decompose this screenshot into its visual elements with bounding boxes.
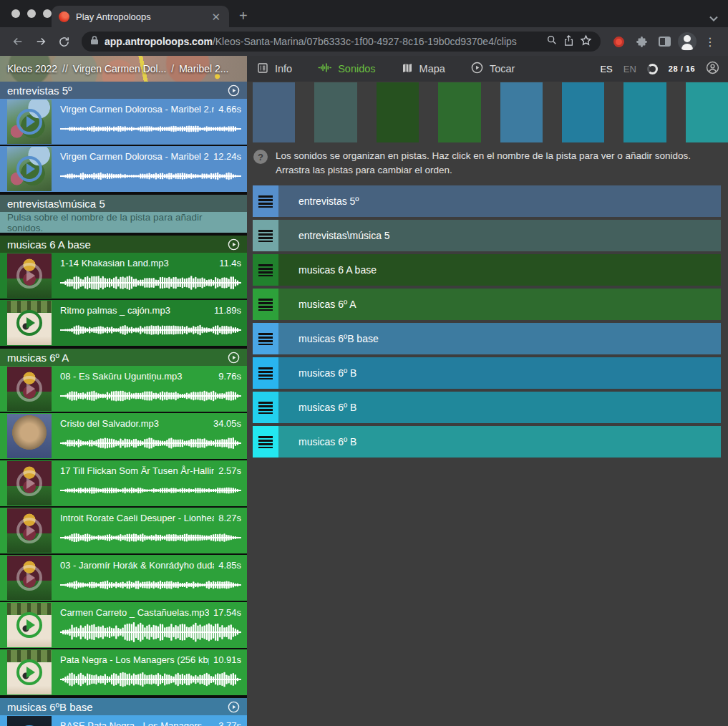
track-row[interactable]: musicas 6º B [253, 357, 721, 389]
tab-close-icon[interactable]: ✕ [210, 11, 222, 22]
clip-play-icon[interactable] [16, 470, 42, 496]
dog-watermelon-thumbnail[interactable] [7, 301, 52, 345]
clip-waveform[interactable] [60, 271, 241, 294]
track-row[interactable]: musicas 6ºB base [253, 323, 721, 354]
clip-waveform[interactable] [60, 432, 241, 455]
track-row-body[interactable]: musicas 6º B [278, 426, 721, 458]
clip-play-icon[interactable] [16, 310, 42, 336]
track-drag-handle[interactable] [253, 323, 278, 354]
clip-waveform[interactable] [60, 479, 241, 502]
track-section-header[interactable]: entrevistas 5º [0, 82, 247, 99]
clip-play-icon[interactable] [16, 518, 42, 543]
clip-row[interactable]: 03 - Jaromír Horák & Konrádyho dudácká .… [0, 555, 247, 601]
section-play-icon[interactable] [228, 701, 240, 713]
footballer-trophy-thumbnail[interactable] [7, 367, 52, 411]
clip-play-icon[interactable] [16, 612, 42, 638]
lang-es-button[interactable]: ES [600, 64, 612, 74]
section-play-icon[interactable] [228, 84, 240, 97]
clip-row[interactable]: Ritmo palmas _ cajón.mp311.89s [0, 300, 247, 346]
clip-row[interactable]: 17 Till Flickan Som Är Tusen År-Halling … [0, 460, 247, 506]
breadcrumb-map-banner[interactable]: Kleos 2022 // Virgen Carmen Dol... / Mar… [0, 56, 247, 82]
bookmark-star-icon[interactable] [580, 34, 592, 49]
clip-row[interactable]: Virgen Carmen Dolorosa - Maribel 2.mp312… [0, 146, 247, 192]
extensions-puzzle-icon[interactable] [631, 31, 652, 52]
browser-menu-icon[interactable]: ⋮ [699, 31, 721, 52]
track-row[interactable]: entrevistas\música 5 [253, 220, 721, 251]
ecce-homo-painting-thumbnail[interactable] [7, 414, 52, 458]
track-row[interactable]: musicas 6º B [253, 392, 721, 423]
clip-waveform[interactable] [60, 384, 241, 407]
track-drag-handle[interactable] [253, 426, 278, 458]
clip-row[interactable]: Virgen Carmen Dolorosa - Maribel 2.mp34.… [0, 99, 247, 145]
clip-play-icon[interactable] [16, 109, 42, 135]
nav-tab-sonidos[interactable]: Sonidos [318, 62, 375, 75]
track-section-header[interactable]: musicas 6ºB base [0, 698, 247, 715]
address-bar[interactable]: app.antropoloops.com/Kleos-Santa-Marina/… [82, 32, 601, 52]
clip-waveform[interactable] [60, 165, 241, 188]
nav-tab-info[interactable]: Info [257, 62, 292, 76]
track-row[interactable]: musicas 6 A base [253, 254, 721, 286]
record-extension-icon[interactable] [608, 31, 629, 52]
clip-waveform[interactable] [60, 319, 241, 342]
window-close-button[interactable] [11, 9, 20, 18]
footballer-trophy-thumbnail[interactable] [7, 556, 52, 600]
clip-row[interactable]: 1-14 Khakasian Land.mp311.4s [0, 253, 247, 299]
section-play-icon[interactable] [228, 238, 240, 251]
track-section-header[interactable]: musicas 6º A [0, 349, 247, 366]
clip-waveform[interactable] [60, 573, 241, 596]
track-row[interactable]: musicas 6º A [253, 289, 721, 320]
clip-play-icon[interactable] [16, 659, 42, 685]
clip-row[interactable]: BASE Pata Negra - Los Managers3.77s [0, 715, 247, 726]
back-icon[interactable] [7, 31, 29, 52]
track-row-body[interactable]: entrevistas 5º [278, 185, 721, 217]
nav-tab-tocar[interactable]: Tocar [471, 62, 515, 76]
account-icon[interactable] [706, 61, 719, 77]
track-row-body[interactable]: musicas 6º B [278, 357, 721, 389]
window-maximize-button[interactable] [43, 9, 52, 18]
clip-row[interactable]: Introit Rorate Caeli Desuper - Lionheart… [0, 508, 247, 553]
track-row-body[interactable]: musicas 6º B [278, 392, 721, 423]
dark-video-thumbnail[interactable] [7, 716, 52, 726]
forward-icon[interactable] [30, 31, 52, 52]
breadcrumb-root[interactable]: Kleos 2022 [7, 63, 57, 74]
clip-waveform[interactable] [60, 621, 241, 644]
clip-play-icon[interactable] [16, 565, 42, 591]
clip-play-icon[interactable] [16, 156, 42, 182]
reload-icon[interactable] [53, 31, 74, 52]
browser-tab[interactable]: Play Antropoloops ✕ [52, 6, 229, 27]
footballer-trophy-thumbnail[interactable] [7, 253, 52, 298]
track-drag-handle[interactable] [253, 254, 278, 286]
zoom-icon[interactable] [546, 34, 558, 49]
track-row[interactable]: musicas 6º B [253, 426, 721, 458]
track-drag-handle[interactable] [253, 392, 278, 423]
clip-row[interactable]: Pata Negra - Los Managers (256 kbps).mp3… [0, 649, 247, 695]
nav-tab-mapa[interactable]: Mapa [402, 62, 445, 76]
breadcrumb-parent[interactable]: Virgen Carmen Dol... [73, 63, 166, 74]
lang-en-button[interactable]: EN [623, 64, 636, 74]
empty-track-message[interactable]: Pulsa sobre el nombre de la pista para a… [0, 212, 247, 233]
side-panel-icon[interactable] [654, 31, 675, 52]
clip-play-icon[interactable] [16, 376, 42, 402]
track-drag-handle[interactable] [253, 357, 278, 389]
footballer-trophy-thumbnail[interactable] [7, 461, 52, 505]
dog-watermelon-thumbnail[interactable] [7, 650, 52, 694]
clip-row[interactable]: Cristo del Salvador.mp334.05s [0, 413, 247, 459]
track-drag-handle[interactable] [253, 289, 278, 320]
track-row-body[interactable]: musicas 6º A [278, 289, 721, 320]
clip-play-icon[interactable] [16, 263, 42, 289]
clip-row[interactable]: Carmen Carreto _ Castañuelas.mp317.54s [0, 602, 247, 648]
window-minimize-button[interactable] [27, 9, 36, 18]
dog-watermelon-thumbnail[interactable] [7, 603, 52, 647]
track-row-body[interactable]: musicas 6ºB base [278, 323, 721, 354]
clip-waveform[interactable] [60, 668, 241, 691]
new-tab-button[interactable]: + [239, 6, 248, 25]
share-icon[interactable] [563, 34, 574, 49]
track-section-header[interactable]: musicas 6 A base [0, 236, 247, 253]
clip-waveform[interactable] [60, 117, 241, 140]
balcony-photo-thumbnail[interactable] [7, 147, 52, 191]
track-drag-handle[interactable] [253, 185, 278, 217]
clip-row[interactable]: 08 - Es Sakūru Uguntiņu.mp39.76s [0, 366, 247, 412]
track-section-header[interactable]: entrevistas\música 5 [0, 195, 247, 212]
footballer-trophy-thumbnail[interactable] [7, 508, 52, 553]
track-row-body[interactable]: entrevistas\música 5 [278, 220, 721, 251]
